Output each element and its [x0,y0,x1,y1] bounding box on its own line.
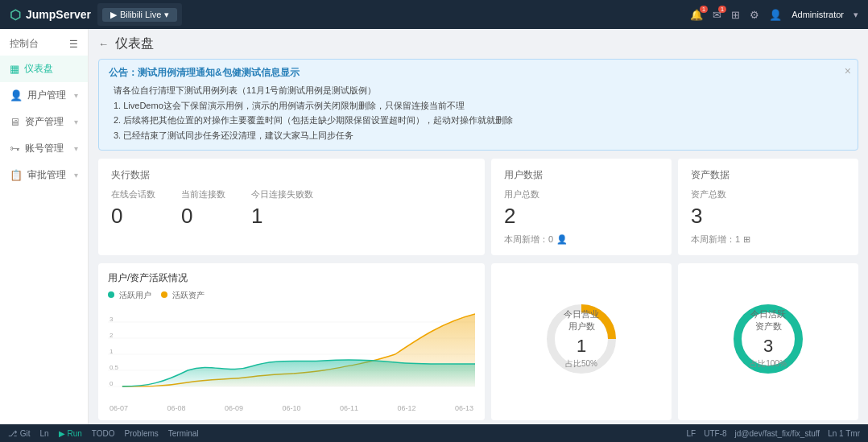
topbar-left: ⬡ JumpServer ▶ Bilibili Live ▾ [10,3,182,26]
sidebar-item-dashboard[interactable]: ▦ 仪表盘 [0,56,88,82]
audit-mgmt-icon: 📋 [10,169,23,181]
activity-chart-title: 用户/资产活跃情况 [108,271,475,285]
user-week-footer: 本周新增：0 👤 [504,233,659,246]
legend-user-label: 活跃用户 [119,291,151,299]
asset-donut-card: 今日活跃资产数 3 占比100% [678,263,858,420]
account-mgmt-arrow: ▾ [74,144,78,153]
statusbar-problems: Problems [125,429,159,438]
sidebar-header: 控制台 ☰ [0,29,88,56]
back-arrow[interactable]: ← [98,38,109,50]
current-connections-value: 0 [181,204,225,229]
statusbar-todo: TODO [92,429,115,438]
activity-chart-area: 3 2 1 0.5 0 [108,306,475,403]
alert-close-button[interactable]: × [845,64,851,77]
active-tab[interactable]: ▶ Bilibili Live ▾ [102,8,177,22]
app-layout: 控制台 ☰ ▦ 仪表盘 👤 用户管理 ▾ 🖥 资产管理 ▾ 🗝 账号管理 ▾ 📋… [0,29,868,442]
alert-title: 公告：测试用例清理通知&包健测试信息显示 [109,66,848,80]
audit-mgmt-arrow: ▾ [74,171,78,180]
activity-chart-legend: 活跃用户 活跃资产 [108,290,475,301]
x-label-0: 06-07 [110,404,128,412]
resource-data-card: 资产数据 资产总数 3 本周新增：1 ⊞ [678,159,858,255]
middle-grid: 用户/资产活跃情况 活跃用户 活跃资产 [98,263,858,420]
bell-badge: 1 [700,6,708,13]
activity-chart-card: 用户/资产活跃情况 活跃用户 活跃资产 [98,263,485,420]
sidebar-label-account-mgmt: 账号管理 [25,142,64,155]
user-data-card: 用户数据 用户总数 2 本周新增：0 👤 [491,159,672,255]
svg-text:0.5: 0.5 [110,364,119,371]
user-total-value: 2 [504,204,539,229]
x-label-3: 06-10 [282,404,300,412]
user-mgmt-icon: 👤 [10,89,23,101]
legend-asset-label: 活跃资产 [172,291,205,299]
asset-data-cols: 在线会话数 0 当前连接数 0 今日连接失败数 1 [111,188,472,229]
settings-icon[interactable]: ⚙ [750,9,759,21]
logo-label: JumpServer [26,8,91,21]
stats-grid: 夹行数据 在线会话数 0 当前连接数 0 今日连接失败数 1 [98,159,858,255]
user-data-cols: 用户总数 2 [504,188,659,229]
resource-total-label: 资产总数 [691,188,726,200]
sidebar-item-asset-mgmt[interactable]: 🖥 资产管理 ▾ [0,109,88,135]
failed-connections-col: 今日连接失败数 1 [251,188,313,229]
sidebar: 控制台 ☰ ▦ 仪表盘 👤 用户管理 ▾ 🖥 资产管理 ▾ 🗝 账号管理 ▾ 📋… [0,29,89,442]
page-header: ← 仪表盘 [98,35,858,52]
grid-icon[interactable]: ⊞ [731,9,740,21]
user-donut-percent: 占比50% [561,358,601,370]
asset-donut-wrap: 今日活跃资产数 3 占比100% [728,299,808,379]
x-label-1: 06-08 [167,404,185,412]
user-donut-value: 1 [561,336,601,357]
asset-data-title: 夹行数据 [111,168,472,182]
asset-donut-title: 今日活跃资产数 [748,308,788,333]
user-data-title: 用户数据 [504,168,659,182]
statusbar-run: ▶ Run [59,429,82,438]
user-donut-center: 今日营业用户数 1 占比50% [561,308,601,370]
statusbar-git: ⎇ Git [8,429,31,438]
asset-mgmt-icon: 🖥 [10,116,20,128]
resource-total-col: 资产总数 3 [691,188,726,229]
admin-label[interactable]: Administrator [792,10,844,19]
user-avatar[interactable]: 👤 [769,9,782,21]
sidebar-item-user-mgmt[interactable]: 👤 用户管理 ▾ [0,82,88,109]
logo-icon: ⬡ [10,7,21,23]
topbar: ⬡ JumpServer ▶ Bilibili Live ▾ 🔔 1 ✉ 1 ⊞… [0,0,868,29]
message-container[interactable]: ✉ 1 [713,9,721,21]
topbar-right: 🔔 1 ✉ 1 ⊞ ⚙ 👤 Administrator ▾ [690,9,858,21]
statusbar-ln: Ln [40,429,49,438]
user-total-label: 用户总数 [504,188,539,200]
main-content: ← 仪表盘 公告：测试用例清理通知&包健测试信息显示 请各位自行清理下测试用例列… [89,29,868,442]
alert-line-0: 请各位自行清理下测试用例列表（11月1号前测试用例是测试版例） [114,83,848,98]
sidebar-toggle-icon[interactable]: ☰ [69,39,78,50]
tab-label: Bilibili Live [120,10,161,19]
asset-mgmt-arrow: ▾ [74,118,78,126]
sidebar-label-audit-mgmt: 审批管理 [27,168,66,182]
alert-list: 请各位自行清理下测试用例列表（11月1号前测试用例是测试版例） 1. LiveD… [109,83,848,143]
failed-connections-label: 今日连接失败数 [251,188,313,200]
x-label-6: 06-13 [455,404,473,412]
svg-text:0: 0 [110,380,114,387]
sidebar-label-asset-mgmt: 资产管理 [25,115,64,129]
user-donut-wrap: 今日营业用户数 1 占比50% [541,299,622,379]
bilibili-icon: ▶ [110,10,117,20]
alert-line-1: 1. LiveDemo这会下保留演示用例，演示的用例请示例关闭限制删除，只保留连… [114,98,848,114]
activity-chart-svg: 3 2 1 0.5 0 [108,306,475,403]
alert-banner: 公告：测试用例清理通知&包健测试信息显示 请各位自行清理下测试用例列表（11月1… [98,59,858,151]
user-week-icon: 👤 [556,234,568,245]
dashboard-icon: ▦ [10,63,19,75]
page-title: 仪表盘 [115,35,154,52]
sidebar-item-account-mgmt[interactable]: 🗝 账号管理 ▾ [0,135,88,162]
tab-close-icon[interactable]: ▾ [164,10,169,20]
legend-asset-dot [161,291,167,298]
statusbar-utf8: UTF-8 [704,429,726,438]
logo: ⬡ JumpServer [10,7,91,23]
sidebar-item-audit-mgmt[interactable]: 📋 审批管理 ▾ [0,162,88,188]
asset-donut-center: 今日活跃资产数 3 占比100% [748,308,788,370]
resource-week-label: 本周新增：1 [691,233,740,246]
online-sessions-label: 在线会话数 [111,188,155,200]
statusbar-terminal: Terminal [168,429,199,438]
asset-donut-percent: 占比100% [748,358,788,370]
legend-asset: 活跃资产 [161,290,205,301]
statusbar-ln-info: Ln 1 Tmr [828,429,860,438]
bell-container[interactable]: 🔔 1 [690,9,703,21]
admin-chevron[interactable]: ▾ [854,10,858,20]
current-connections-col: 当前连接数 0 [181,188,225,229]
control-label: 控制台 [10,37,39,51]
